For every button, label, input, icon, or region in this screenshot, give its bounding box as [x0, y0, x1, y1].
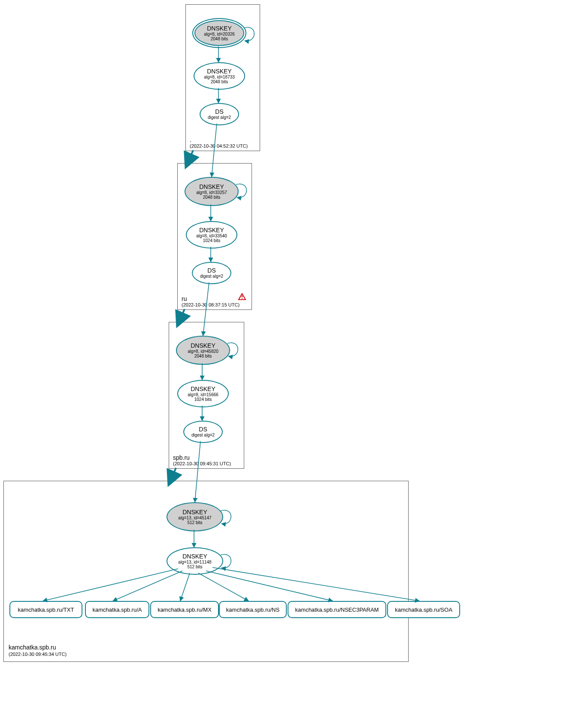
root-ds-node: DS digest alg=2 [200, 103, 239, 125]
node-title: DNSKEY [207, 25, 232, 32]
kam-ksk-node: DNSKEY alg=13, id=45147 512 bits [167, 502, 223, 531]
node-sub1: alg=8, id=45820 [188, 349, 218, 354]
zone-ru-label: ru [182, 295, 187, 302]
ru-ksk-node: DNSKEY alg=8, id=33257 2048 bits [185, 177, 239, 206]
spb-zsk-node: DNSKEY alg=8, id=15666 1024 bits [177, 380, 229, 407]
node-sub2: 1024 bits [194, 397, 212, 402]
node-sub1: digest alg=2 [208, 115, 231, 120]
node-title: DNSKEY [199, 183, 224, 190]
node-title: DS [207, 267, 215, 274]
node-title: DNSKEY [182, 509, 207, 516]
ru-ds-node: DS digest alg=2 [192, 262, 231, 284]
rrset-nsec3param: kamchatka.spb.ru/NSEC3PARAM [288, 601, 386, 618]
node-sub1: digest alg=2 [200, 274, 223, 279]
node-sub2: 2048 bits [203, 195, 221, 200]
node-sub1: alg=13, id=11148 [178, 560, 211, 565]
svg-rect-1 [242, 298, 243, 299]
node-sub1: alg=8, id=20326 [204, 32, 235, 37]
node-title: DNSKEY [191, 385, 215, 392]
node-title: DNSKEY [182, 553, 207, 560]
root-ksk-node: DNSKEY alg=8, id=20326 2048 bits [192, 18, 246, 48]
zone-root-label: . [190, 136, 191, 143]
warning-icon [238, 293, 246, 300]
node-title: DS [199, 426, 207, 433]
node-sub2: 2048 bits [211, 36, 228, 42]
node-sub1: alg=8, id=18733 [204, 75, 235, 80]
root-zsk-node: DNSKEY alg=8, id=18733 2048 bits [194, 62, 245, 90]
node-sub2: 512 bits [187, 520, 202, 525]
rrset-soa: kamchatka.spb.ru/SOA [387, 601, 460, 618]
node-title: DNSKEY [199, 227, 224, 234]
node-sub1: alg=8, id=33540 [196, 234, 227, 239]
node-title: DNSKEY [191, 342, 215, 349]
rrset-ns: kamchatka.spb.ru/NS [219, 601, 287, 618]
ru-zsk-node: DNSKEY alg=8, id=33540 1024 bits [186, 221, 237, 249]
rrset-a: kamchatka.spb.ru/A [85, 601, 149, 618]
zone-spbru-time: (2022-10-30 09:45:31 UTC) [173, 461, 231, 466]
zone-spbru-label: spb.ru [173, 454, 190, 461]
spb-ds-node: DS digest alg=2 [183, 421, 223, 443]
rrset-txt: kamchatka.spb.ru/TXT [9, 601, 82, 618]
node-sub1: alg=8, id=33257 [196, 190, 227, 195]
zone-ru-time: (2022-10-30 08:37:15 UTC) [182, 302, 240, 307]
zone-kamchatka-time: (2022-10-30 09:45:34 UTC) [9, 652, 67, 657]
svg-rect-0 [242, 295, 243, 297]
node-sub2: 1024 bits [203, 238, 221, 243]
node-title: DNSKEY [207, 68, 232, 75]
node-sub1: digest alg=2 [191, 433, 215, 438]
node-title: DS [215, 108, 223, 115]
node-sub2: 2048 bits [194, 354, 212, 359]
node-sub1: alg=13, id=45147 [178, 516, 211, 521]
node-sub1: alg=8, id=15666 [188, 392, 218, 397]
kam-zsk-node: DNSKEY alg=13, id=11148 512 bits [167, 547, 223, 575]
zone-root-time: (2022-10-30 04:52:32 UTC) [190, 143, 248, 149]
rrset-mx: kamchatka.spb.ru/MX [150, 601, 219, 618]
zone-kamchatka-label: kamchatka.spb.ru [9, 644, 56, 651]
node-sub2: 512 bits [187, 564, 202, 570]
node-sub2: 2048 bits [211, 79, 228, 85]
spb-ksk-node: DNSKEY alg=8, id=45820 2048 bits [176, 336, 230, 365]
